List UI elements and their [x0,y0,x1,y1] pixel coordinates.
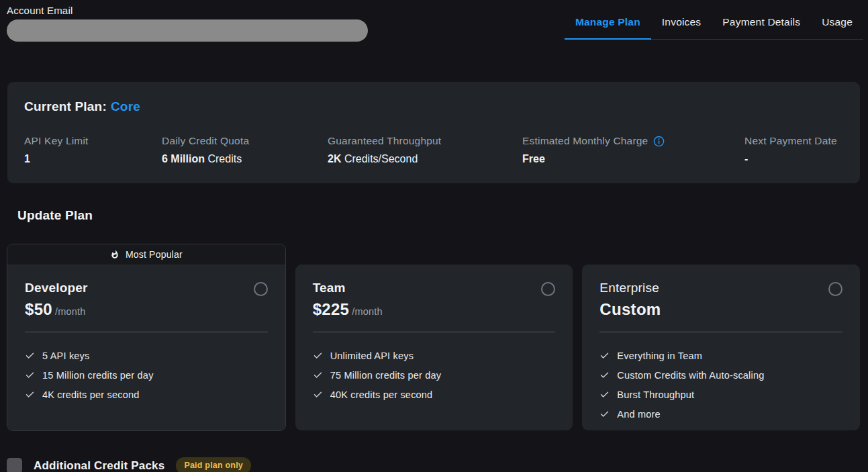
plan-price-team: $225/month [313,300,556,319]
plan-price-enterprise: Custom [599,300,842,319]
plan-radio-enterprise[interactable] [828,282,842,296]
account-email-label: Account Email [7,5,368,16]
check-icon [313,350,323,361]
feature-item: 4K credits per second [25,385,268,404]
popular-flame-icon [110,250,119,259]
most-popular-band: Most Popular [7,244,285,265]
check-icon [599,389,610,399]
check-icon [599,409,610,419]
check-icon [313,389,323,399]
feature-item: 40K credits per second [313,385,556,404]
credit-packs-title: Additional Credit Packs [34,459,164,472]
additional-credit-packs-row: Additional Credit Packs Paid plan only [7,457,868,472]
stat-next-payment-date: Next Payment Date - [744,135,843,165]
check-icon [599,370,610,380]
divider [25,332,268,332]
plan-title-team: Team [313,281,346,295]
credit-packs-checkbox[interactable] [7,458,22,472]
account-email-input[interactable] [7,19,368,42]
update-plan-heading: Update Plan [17,208,868,223]
plan-radio-team[interactable] [541,282,555,296]
current-plan-name: Core [111,99,140,113]
feature-item: Burst Throughput [599,385,842,404]
tab-manage-plan[interactable]: Manage Plan [565,13,651,40]
check-icon [25,389,35,399]
feature-item: 15 Million credits per day [25,365,268,385]
stat-api-key-limit: API Key Limit 1 [24,135,162,165]
plan-radio-developer[interactable] [254,282,268,296]
plan-price-developer: $50/month [25,300,268,319]
stat-estimated-monthly-charge: Estimated Monthly Charge Free [522,135,744,165]
feature-item: Custom Credits with Auto-scaling [599,365,842,385]
plan-features-developer: 5 API keys 15 Million credits per day 4K… [25,346,268,404]
plan-card-enterprise: Enterprise Custom Everything in Team Cus… [582,265,860,430]
plan-features-enterprise: Everything in Team Custom Credits with A… [599,346,842,424]
feature-item: 75 Million credits per day [313,365,556,385]
account-email-block: Account Email [7,5,368,42]
stat-daily-credit-quota: Daily Credit Quota 6 Million Credits [162,135,328,165]
current-plan-prefix: Current Plan: [24,99,107,113]
paid-plan-only-badge: Paid plan only [176,457,251,472]
check-icon [599,350,610,361]
plan-card-developer: Most Popular Developer $50/month 5 API k… [7,244,286,431]
feature-item: Everything in Team [599,346,842,365]
check-icon [25,350,35,361]
plan-title-developer: Developer [25,281,88,295]
tab-usage[interactable]: Usage [811,13,863,40]
tab-invoices[interactable]: Invoices [651,13,712,40]
tab-payment-details[interactable]: Payment Details [712,13,811,40]
plans-row: Most Popular Developer $50/month 5 API k… [7,244,860,431]
feature-item: And more [599,404,842,424]
top-bar: Account Email Manage Plan Invoices Payme… [0,0,868,42]
divider [599,332,842,332]
info-icon[interactable] [653,136,665,147]
most-popular-label: Most Popular [126,249,183,260]
tab-bar: Manage Plan Invoices Payment Details Usa… [565,13,863,40]
check-icon [313,370,323,380]
check-icon [25,370,35,380]
current-plan-card: Current Plan:Core API Key Limit 1 Daily … [7,82,860,183]
plan-card-team: Team $225/month Unlimited API keys 75 Mi… [295,265,573,430]
current-plan-heading: Current Plan:Core [24,99,843,114]
plan-features-team: Unlimited API keys 75 Million credits pe… [313,346,556,404]
feature-item: 5 API keys [25,346,268,365]
plan-title-enterprise: Enterprise [599,281,659,295]
current-plan-stats: API Key Limit 1 Daily Credit Quota 6 Mil… [24,135,843,165]
feature-item: Unlimited API keys [313,346,556,365]
divider [313,332,556,332]
stat-guaranteed-throughput: Guaranteed Throughput 2K Credits/Second [328,135,522,165]
